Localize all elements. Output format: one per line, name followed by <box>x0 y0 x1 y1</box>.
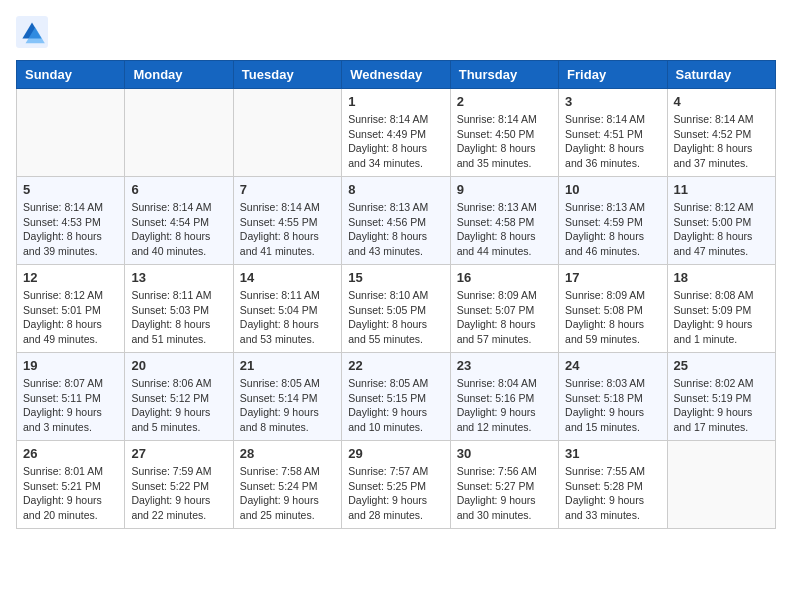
calendar-cell: 1Sunrise: 8:14 AMSunset: 4:49 PMDaylight… <box>342 89 450 177</box>
day-number: 12 <box>23 270 118 285</box>
day-info: Sunrise: 8:02 AMSunset: 5:19 PMDaylight:… <box>674 376 769 435</box>
week-row-1: 1Sunrise: 8:14 AMSunset: 4:49 PMDaylight… <box>17 89 776 177</box>
day-info: Sunrise: 8:13 AMSunset: 4:56 PMDaylight:… <box>348 200 443 259</box>
calendar-cell: 4Sunrise: 8:14 AMSunset: 4:52 PMDaylight… <box>667 89 775 177</box>
day-number: 1 <box>348 94 443 109</box>
calendar-cell: 9Sunrise: 8:13 AMSunset: 4:58 PMDaylight… <box>450 177 558 265</box>
day-number: 26 <box>23 446 118 461</box>
day-info: Sunrise: 8:14 AMSunset: 4:49 PMDaylight:… <box>348 112 443 171</box>
calendar-cell: 28Sunrise: 7:58 AMSunset: 5:24 PMDayligh… <box>233 441 341 529</box>
weekday-header-sunday: Sunday <box>17 61 125 89</box>
day-info: Sunrise: 7:57 AMSunset: 5:25 PMDaylight:… <box>348 464 443 523</box>
day-number: 3 <box>565 94 660 109</box>
day-number: 29 <box>348 446 443 461</box>
weekday-header-monday: Monday <box>125 61 233 89</box>
calendar-cell: 19Sunrise: 8:07 AMSunset: 5:11 PMDayligh… <box>17 353 125 441</box>
day-info: Sunrise: 8:14 AMSunset: 4:54 PMDaylight:… <box>131 200 226 259</box>
day-info: Sunrise: 8:14 AMSunset: 4:51 PMDaylight:… <box>565 112 660 171</box>
day-number: 25 <box>674 358 769 373</box>
calendar-cell: 12Sunrise: 8:12 AMSunset: 5:01 PMDayligh… <box>17 265 125 353</box>
day-number: 14 <box>240 270 335 285</box>
calendar-cell: 22Sunrise: 8:05 AMSunset: 5:15 PMDayligh… <box>342 353 450 441</box>
day-number: 17 <box>565 270 660 285</box>
calendar-cell: 3Sunrise: 8:14 AMSunset: 4:51 PMDaylight… <box>559 89 667 177</box>
day-number: 7 <box>240 182 335 197</box>
calendar-cell: 16Sunrise: 8:09 AMSunset: 5:07 PMDayligh… <box>450 265 558 353</box>
day-info: Sunrise: 8:12 AMSunset: 5:00 PMDaylight:… <box>674 200 769 259</box>
weekday-header-wednesday: Wednesday <box>342 61 450 89</box>
logo-icon <box>16 16 48 48</box>
day-info: Sunrise: 8:05 AMSunset: 5:14 PMDaylight:… <box>240 376 335 435</box>
day-info: Sunrise: 8:03 AMSunset: 5:18 PMDaylight:… <box>565 376 660 435</box>
weekday-header-saturday: Saturday <box>667 61 775 89</box>
logo <box>16 16 52 48</box>
day-number: 5 <box>23 182 118 197</box>
calendar-table: SundayMondayTuesdayWednesdayThursdayFrid… <box>16 60 776 529</box>
day-number: 23 <box>457 358 552 373</box>
calendar-cell: 13Sunrise: 8:11 AMSunset: 5:03 PMDayligh… <box>125 265 233 353</box>
day-info: Sunrise: 8:09 AMSunset: 5:08 PMDaylight:… <box>565 288 660 347</box>
calendar-cell <box>667 441 775 529</box>
calendar-cell: 27Sunrise: 7:59 AMSunset: 5:22 PMDayligh… <box>125 441 233 529</box>
day-info: Sunrise: 8:14 AMSunset: 4:50 PMDaylight:… <box>457 112 552 171</box>
day-number: 18 <box>674 270 769 285</box>
day-number: 27 <box>131 446 226 461</box>
day-info: Sunrise: 7:58 AMSunset: 5:24 PMDaylight:… <box>240 464 335 523</box>
page-header <box>16 16 776 48</box>
calendar-cell: 21Sunrise: 8:05 AMSunset: 5:14 PMDayligh… <box>233 353 341 441</box>
calendar-cell: 29Sunrise: 7:57 AMSunset: 5:25 PMDayligh… <box>342 441 450 529</box>
calendar-cell <box>17 89 125 177</box>
day-number: 10 <box>565 182 660 197</box>
calendar-cell: 31Sunrise: 7:55 AMSunset: 5:28 PMDayligh… <box>559 441 667 529</box>
day-info: Sunrise: 7:55 AMSunset: 5:28 PMDaylight:… <box>565 464 660 523</box>
day-info: Sunrise: 8:13 AMSunset: 4:58 PMDaylight:… <box>457 200 552 259</box>
day-number: 22 <box>348 358 443 373</box>
day-number: 28 <box>240 446 335 461</box>
day-number: 6 <box>131 182 226 197</box>
day-number: 16 <box>457 270 552 285</box>
calendar-cell: 15Sunrise: 8:10 AMSunset: 5:05 PMDayligh… <box>342 265 450 353</box>
day-number: 13 <box>131 270 226 285</box>
day-number: 8 <box>348 182 443 197</box>
week-row-5: 26Sunrise: 8:01 AMSunset: 5:21 PMDayligh… <box>17 441 776 529</box>
day-info: Sunrise: 8:13 AMSunset: 4:59 PMDaylight:… <box>565 200 660 259</box>
day-info: Sunrise: 8:07 AMSunset: 5:11 PMDaylight:… <box>23 376 118 435</box>
calendar-cell: 20Sunrise: 8:06 AMSunset: 5:12 PMDayligh… <box>125 353 233 441</box>
day-number: 2 <box>457 94 552 109</box>
day-number: 9 <box>457 182 552 197</box>
calendar-cell: 2Sunrise: 8:14 AMSunset: 4:50 PMDaylight… <box>450 89 558 177</box>
calendar-cell <box>125 89 233 177</box>
day-number: 19 <box>23 358 118 373</box>
day-info: Sunrise: 7:56 AMSunset: 5:27 PMDaylight:… <box>457 464 552 523</box>
calendar-cell: 24Sunrise: 8:03 AMSunset: 5:18 PMDayligh… <box>559 353 667 441</box>
week-row-4: 19Sunrise: 8:07 AMSunset: 5:11 PMDayligh… <box>17 353 776 441</box>
day-info: Sunrise: 8:08 AMSunset: 5:09 PMDaylight:… <box>674 288 769 347</box>
day-number: 15 <box>348 270 443 285</box>
calendar-cell: 6Sunrise: 8:14 AMSunset: 4:54 PMDaylight… <box>125 177 233 265</box>
day-info: Sunrise: 8:11 AMSunset: 5:04 PMDaylight:… <box>240 288 335 347</box>
calendar-cell: 25Sunrise: 8:02 AMSunset: 5:19 PMDayligh… <box>667 353 775 441</box>
day-info: Sunrise: 8:14 AMSunset: 4:55 PMDaylight:… <box>240 200 335 259</box>
calendar-cell: 26Sunrise: 8:01 AMSunset: 5:21 PMDayligh… <box>17 441 125 529</box>
week-row-2: 5Sunrise: 8:14 AMSunset: 4:53 PMDaylight… <box>17 177 776 265</box>
weekday-header-friday: Friday <box>559 61 667 89</box>
calendar-cell: 10Sunrise: 8:13 AMSunset: 4:59 PMDayligh… <box>559 177 667 265</box>
day-info: Sunrise: 8:12 AMSunset: 5:01 PMDaylight:… <box>23 288 118 347</box>
calendar-cell <box>233 89 341 177</box>
day-info: Sunrise: 8:14 AMSunset: 4:53 PMDaylight:… <box>23 200 118 259</box>
day-number: 11 <box>674 182 769 197</box>
day-number: 30 <box>457 446 552 461</box>
calendar-cell: 11Sunrise: 8:12 AMSunset: 5:00 PMDayligh… <box>667 177 775 265</box>
day-info: Sunrise: 8:04 AMSunset: 5:16 PMDaylight:… <box>457 376 552 435</box>
calendar-cell: 5Sunrise: 8:14 AMSunset: 4:53 PMDaylight… <box>17 177 125 265</box>
calendar-cell: 30Sunrise: 7:56 AMSunset: 5:27 PMDayligh… <box>450 441 558 529</box>
day-info: Sunrise: 8:11 AMSunset: 5:03 PMDaylight:… <box>131 288 226 347</box>
calendar-cell: 17Sunrise: 8:09 AMSunset: 5:08 PMDayligh… <box>559 265 667 353</box>
weekday-header-thursday: Thursday <box>450 61 558 89</box>
day-number: 21 <box>240 358 335 373</box>
calendar-cell: 14Sunrise: 8:11 AMSunset: 5:04 PMDayligh… <box>233 265 341 353</box>
day-info: Sunrise: 7:59 AMSunset: 5:22 PMDaylight:… <box>131 464 226 523</box>
day-number: 20 <box>131 358 226 373</box>
day-info: Sunrise: 8:14 AMSunset: 4:52 PMDaylight:… <box>674 112 769 171</box>
week-row-3: 12Sunrise: 8:12 AMSunset: 5:01 PMDayligh… <box>17 265 776 353</box>
